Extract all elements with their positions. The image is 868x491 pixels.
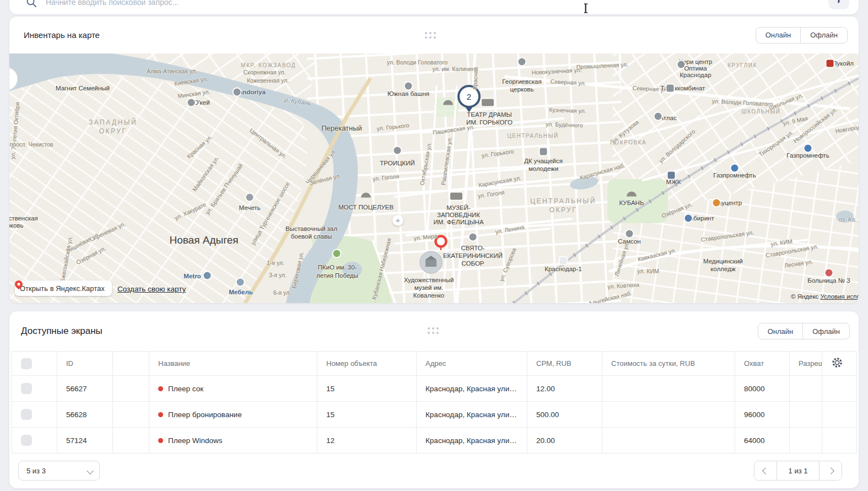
- cell-resolution: [790, 402, 822, 428]
- filter-button[interactable]: [828, 0, 849, 9]
- terms-of-use-link[interactable]: Условия использования: [821, 293, 859, 300]
- cell-actions: [822, 376, 857, 402]
- map[interactable]: 2 МКР. КОЖЗАВОДСкорняжная ул.Алма-Атинск…: [9, 53, 859, 303]
- col-header-reach: Охват: [735, 352, 790, 376]
- cell-cpm: 12.00: [527, 376, 602, 402]
- table-online-button[interactable]: Онлайн: [758, 323, 804, 339]
- table-offline-button[interactable]: Офлайн: [802, 323, 850, 339]
- status-dot: [158, 386, 163, 391]
- map-offline-button[interactable]: Офлайн: [800, 27, 848, 44]
- cell-reach: 80000: [735, 376, 790, 402]
- cell-name: Плеер Windows: [168, 436, 223, 445]
- cell-name: Плеер сок: [168, 385, 203, 393]
- col-header-empty: [113, 352, 149, 376]
- table-settings-gear-icon[interactable]: [831, 357, 843, 369]
- page: { "colors":{"marker_cluster_border":"#3d…: [0, 0, 868, 491]
- col-header-object-number: Номер объекта: [317, 352, 417, 376]
- cell-resolution: [790, 428, 822, 454]
- cell-address: Краснодар, Красная ули…: [417, 402, 527, 428]
- cell-daily-cost: [602, 402, 735, 428]
- row-checkbox[interactable]: [21, 383, 32, 394]
- available-screens-card: Доступные экраны Онлайн Офлайн ID Назван…: [9, 311, 859, 488]
- table-row[interactable]: 56628 Плеер бронирование 15 Краснодар, К…: [12, 402, 857, 428]
- yandex-copyright: © Яндекс: [791, 293, 818, 300]
- status-dot: [158, 412, 163, 417]
- search-bar-card: Начните вводить поисковой запрос...: [9, 0, 859, 14]
- drag-handle-icon[interactable]: [425, 32, 436, 39]
- status-dot: [158, 438, 163, 443]
- search-input[interactable]: Начните вводить поисковой запрос...: [46, 0, 179, 7]
- chevron-down-icon: [87, 467, 94, 474]
- map-canvas: 2: [9, 53, 859, 303]
- cluster-count: 2: [467, 92, 471, 101]
- cell-cpm: 20.00: [527, 428, 602, 454]
- cell-empty: [113, 402, 149, 428]
- col-header-daily-cost: Стоимость за сутки, RUB: [602, 352, 735, 376]
- select-all-checkbox[interactable]: [21, 358, 32, 369]
- yandex-pin-icon: [15, 280, 23, 289]
- cell-object-number: 15: [317, 376, 417, 402]
- cell-daily-cost: [602, 428, 735, 454]
- map-card-title: Инвентарь на карте: [24, 30, 100, 40]
- table-card-title: Доступные экраны: [21, 326, 103, 337]
- col-header-cpm: CPM, RUB: [527, 352, 602, 376]
- cell-id: 57124: [57, 428, 113, 454]
- col-header-resolution: Разрешение: [790, 352, 822, 376]
- table-row[interactable]: 57124 Плеер Windows 12 Краснодар, Красна…: [12, 428, 857, 454]
- cell-actions: [822, 402, 857, 428]
- cell-id: 56627: [57, 376, 113, 402]
- cell-reach: 64000: [735, 428, 790, 454]
- filter-icon: [834, 0, 843, 4]
- pagination: 1 из 1: [754, 461, 842, 481]
- table-row[interactable]: 56627 Плеер сок 15 Краснодар, Красная ул…: [12, 376, 857, 402]
- col-header-id: ID: [57, 352, 113, 376]
- lake: [836, 211, 854, 223]
- chevron-left-icon: [762, 467, 769, 474]
- map-online-button[interactable]: Онлайн: [756, 27, 801, 44]
- cell-cpm: 500.00: [527, 402, 602, 428]
- table-header-row: ID Название Номер объекта Адрес CPM, RUB…: [12, 352, 857, 376]
- chevron-right-icon: [827, 467, 834, 474]
- page-size-value: 5 из 3: [26, 467, 46, 475]
- map-inventory-card: Инвентарь на карте Онлайн Офлайн: [9, 17, 859, 303]
- open-in-yandex-maps-button[interactable]: Открыть в Яндекс.Картах: [15, 280, 112, 296]
- row-checkbox[interactable]: [21, 409, 32, 420]
- drag-handle-icon[interactable]: [428, 327, 439, 334]
- cell-daily-cost: [602, 376, 735, 402]
- cell-name: Плеер бронирование: [168, 411, 242, 419]
- prev-page-button[interactable]: [754, 461, 777, 480]
- open-in-yandex-label: Открыть в Яндекс.Картах: [20, 284, 105, 293]
- search-icon: [26, 0, 37, 8]
- create-own-map-link[interactable]: Создать свою карту: [117, 285, 186, 293]
- cell-address: Краснодар, Красная ули…: [417, 376, 527, 402]
- cell-actions: [822, 428, 857, 454]
- col-header-name: Название: [149, 352, 317, 376]
- cell-id: 56628: [57, 402, 113, 428]
- screens-table: ID Название Номер объекта Адрес CPM, RUB…: [12, 351, 857, 454]
- cell-empty: [113, 428, 149, 454]
- museum-photo-marker[interactable]: [420, 251, 442, 273]
- cell-empty: [113, 376, 149, 402]
- map-online-offline-toggle: Онлайн Офлайн: [756, 27, 848, 44]
- next-page-button[interactable]: [820, 461, 842, 480]
- page-size-select[interactable]: 5 из 3: [18, 461, 100, 481]
- cell-object-number: 12: [317, 428, 417, 454]
- col-header-address: Адрес: [417, 352, 527, 376]
- row-checkbox[interactable]: [21, 435, 32, 446]
- cell-resolution: [790, 376, 822, 402]
- table-online-offline-toggle: Онлайн Офлайн: [758, 323, 850, 339]
- cell-reach: 96000: [735, 402, 790, 428]
- page-indicator: 1 из 1: [777, 461, 820, 480]
- cell-object-number: 15: [317, 402, 417, 428]
- cell-address: Краснодар, Красная ули…: [417, 428, 527, 454]
- map-attribution: © Яндекс Условия использования: [791, 293, 859, 300]
